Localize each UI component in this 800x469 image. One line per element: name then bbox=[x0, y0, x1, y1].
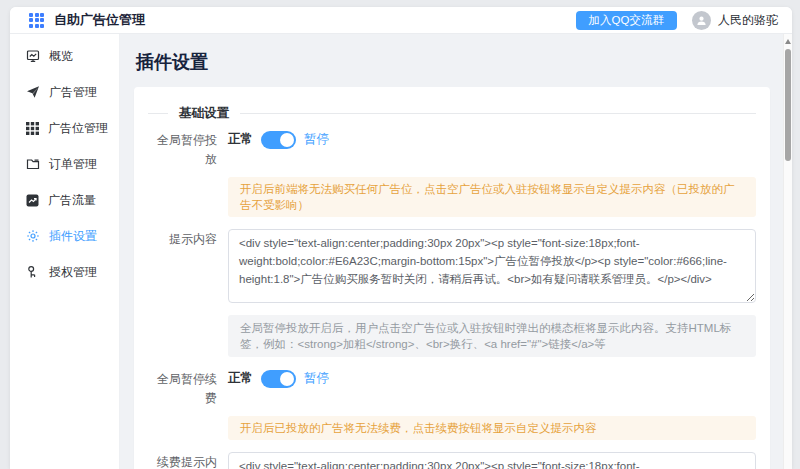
switch-knob bbox=[280, 133, 294, 147]
page-title: 插件设置 bbox=[136, 50, 770, 74]
pause-delivery-state-normal: 正常 bbox=[228, 131, 253, 148]
sidebar-item-label: 广告管理 bbox=[49, 84, 97, 101]
sidebar-item-order-management[interactable]: 订单管理 bbox=[10, 146, 119, 182]
top-header: 自助广告位管理 加入QQ交流群 人民的骆驼 bbox=[10, 7, 792, 34]
sidebar-item-label: 订单管理 bbox=[49, 156, 97, 173]
pause-renewal-state-normal: 正常 bbox=[228, 370, 253, 387]
sidebar-item-label: 概览 bbox=[49, 48, 73, 65]
join-qq-button[interactable]: 加入QQ交流群 bbox=[576, 11, 677, 30]
app-window: 自助广告位管理 加入QQ交流群 人民的骆驼 概览 bbox=[10, 7, 792, 469]
sidebar-item-ad-slot-management[interactable]: 广告位管理 bbox=[10, 110, 119, 146]
chart-icon bbox=[26, 194, 39, 207]
scrollbar-track[interactable] bbox=[783, 34, 792, 469]
app-title: 自助广告位管理 bbox=[54, 11, 145, 29]
renewal-prompt-content-textarea[interactable]: <div style="text-align:center;padding:30… bbox=[228, 452, 756, 469]
pause-delivery-state-paused: 暂停 bbox=[304, 131, 329, 148]
sidebar-item-ad-traffic[interactable]: 广告流量 bbox=[10, 182, 119, 218]
sidebar-item-overview[interactable]: 概览 bbox=[10, 38, 119, 74]
paper-plane-icon bbox=[26, 85, 40, 99]
app-grid-icon bbox=[29, 13, 44, 28]
pause-delivery-label: 全局暂停投放 bbox=[148, 130, 228, 169]
renewal-prompt-content-label: 续费提示内容 bbox=[148, 452, 228, 469]
main-content: 插件设置 基础设置 全局暂停投放 正常 bbox=[120, 34, 792, 469]
sidebar-item-label: 授权管理 bbox=[49, 264, 97, 281]
pause-renewal-label: 全局暂停续费 bbox=[148, 369, 228, 408]
key-icon bbox=[26, 265, 40, 279]
folder-icon bbox=[26, 157, 40, 171]
prompt-content-textarea[interactable]: <div style="text-align:center;padding:30… bbox=[228, 229, 756, 303]
switch-knob bbox=[280, 372, 294, 386]
pause-delivery-switch[interactable] bbox=[261, 131, 296, 149]
settings-card: 基础设置 全局暂停投放 正常 暂停 bbox=[134, 87, 770, 469]
pause-delivery-warning: 开启后前端将无法购买任何广告位，点击空广告位或入驻按钮将显示自定义提示内容（已投… bbox=[228, 177, 756, 217]
section-divider: 基础设置 bbox=[148, 105, 756, 122]
section-title: 基础设置 bbox=[179, 105, 229, 122]
gear-icon bbox=[26, 229, 40, 243]
pause-renewal-warning: 开启后已投放的广告将无法续费，点击续费按钮将显示自定义提示内容 bbox=[228, 416, 756, 440]
username[interactable]: 人民的骆驼 bbox=[718, 12, 778, 29]
pause-renewal-switch[interactable] bbox=[261, 370, 296, 388]
sidebar: 概览 广告管理 广告位管理 bbox=[10, 34, 120, 469]
sidebar-item-ad-management[interactable]: 广告管理 bbox=[10, 74, 119, 110]
dashboard-icon bbox=[26, 49, 40, 63]
avatar[interactable] bbox=[692, 11, 711, 30]
scrollbar-thumb[interactable] bbox=[785, 49, 791, 161]
user-icon bbox=[696, 15, 707, 26]
sidebar-item-label: 插件设置 bbox=[49, 228, 97, 245]
scroll-up-icon[interactable] bbox=[785, 39, 791, 44]
grid-icon bbox=[26, 122, 39, 135]
prompt-content-help: 全局暂停投放开启后，用户点击空广告位或入驻按钮时弹出的模态框将显示此内容。支持H… bbox=[228, 315, 756, 357]
prompt-content-label: 提示内容 bbox=[148, 229, 228, 307]
sidebar-item-label: 广告流量 bbox=[48, 192, 96, 209]
sidebar-item-plugin-settings[interactable]: 插件设置 bbox=[10, 218, 119, 254]
sidebar-item-authorization-management[interactable]: 授权管理 bbox=[10, 254, 119, 290]
sidebar-item-label: 广告位管理 bbox=[48, 120, 108, 137]
pause-renewal-state-paused: 暂停 bbox=[304, 370, 329, 387]
